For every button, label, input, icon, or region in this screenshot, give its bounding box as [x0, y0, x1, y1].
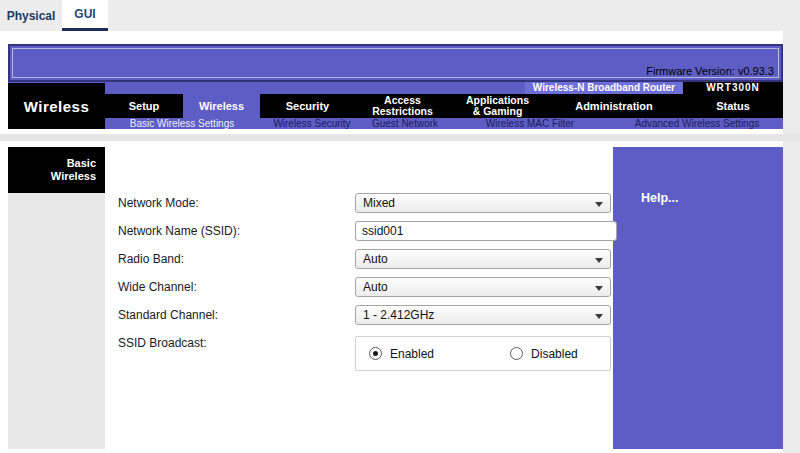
nav-tab-wireless[interactable]: Wireless: [183, 94, 260, 118]
ssid-broadcast-label: SSID Broadcast:: [118, 333, 207, 353]
network-name-label: Network Name (SSID):: [118, 221, 240, 241]
subnav-guest-network[interactable]: Guest Network: [372, 118, 438, 129]
subnav-basic-wireless-settings[interactable]: Basic Wireless Settings: [130, 118, 234, 129]
section-label-box: Basic Wireless: [8, 147, 105, 193]
ssid-broadcast-enabled-radio[interactable]: Enabled: [369, 347, 434, 361]
sidebar-column: [8, 193, 105, 449]
tab-physical[interactable]: Physical: [0, 0, 62, 31]
subnav-advanced-wireless-settings[interactable]: Advanced Wireless Settings: [635, 118, 760, 129]
network-mode-label: Network Mode:: [118, 193, 199, 213]
wide-channel-select[interactable]: Auto: [355, 277, 611, 297]
help-panel: Help...: [613, 147, 783, 449]
wide-channel-label: Wide Channel:: [118, 277, 197, 297]
chevron-down-icon: [595, 314, 603, 319]
chevron-down-icon: [595, 202, 603, 207]
nav-tab-status[interactable]: Status: [683, 94, 783, 118]
radio-selected-icon: [369, 347, 382, 360]
radio-band-label: Radio Band:: [118, 249, 184, 269]
subnav-wireless-security[interactable]: Wireless Security: [273, 118, 350, 129]
tab-physical-label: Physical: [7, 9, 56, 23]
section-title-box: Wireless: [8, 83, 105, 129]
tab-gui-label: GUI: [74, 7, 95, 21]
network-mode-select[interactable]: Mixed: [355, 193, 611, 213]
horizontal-divider: [0, 134, 800, 141]
sub-nav: Basic Wireless Settings Wireless Securit…: [105, 118, 783, 129]
chevron-down-icon: [595, 286, 603, 291]
ssid-broadcast-group: Enabled Disabled: [355, 336, 611, 371]
main-nav: Setup Wireless Security Access Restricti…: [105, 94, 783, 118]
radio-band-select[interactable]: Auto: [355, 249, 611, 269]
content-area: Basic Wireless Help... Network Mode: Mix…: [8, 147, 783, 449]
model-number: WRT300N: [683, 82, 783, 94]
chevron-down-icon: [595, 258, 603, 263]
nav-tab-applications-gaming[interactable]: Applications & Gaming: [450, 94, 545, 118]
ssid-broadcast-disabled-radio[interactable]: Disabled: [510, 347, 578, 361]
nav-tab-security[interactable]: Security: [260, 94, 355, 118]
form-row-network-mode: Network Mode: Mixed: [118, 193, 618, 213]
ssid-input[interactable]: [355, 221, 617, 241]
nav-tab-access-restrictions[interactable]: Access Restrictions: [355, 94, 450, 118]
standard-channel-label: Standard Channel:: [118, 305, 218, 325]
header-banner: Firmware Version: v0.93.3: [8, 44, 783, 82]
product-strip: Wireless-N Broadband Router WRT300N: [8, 82, 783, 94]
form-row-radio-band: Radio Band: Auto: [118, 249, 618, 269]
form-row-network-name: Network Name (SSID):: [118, 221, 618, 241]
router-ui: Firmware Version: v0.93.3 Wireless-N Bro…: [8, 44, 783, 449]
form-row-standard-channel: Standard Channel: 1 - 2.412GHz: [118, 305, 618, 325]
standard-channel-select[interactable]: 1 - 2.412GHz: [355, 305, 611, 325]
form-row-wide-channel: Wide Channel: Auto: [118, 277, 618, 297]
radio-unselected-icon: [510, 347, 523, 360]
product-name: Wireless-N Broadband Router: [525, 82, 683, 94]
subnav-wireless-mac-filter[interactable]: Wireless MAC Filter: [486, 118, 574, 129]
app-tabbar: Physical GUI: [0, 0, 800, 31]
page-right-margin: [783, 31, 800, 453]
section-title: Wireless: [24, 98, 90, 115]
help-link[interactable]: Help...: [641, 191, 679, 205]
nav-tab-administration[interactable]: Administration: [545, 94, 683, 118]
nav-tab-setup[interactable]: Setup: [105, 94, 183, 118]
tab-gui[interactable]: GUI: [62, 0, 108, 31]
firmware-version: Firmware Version: v0.93.3: [646, 65, 774, 77]
form-row-ssid-broadcast: SSID Broadcast: Enabled Disabled: [118, 333, 618, 375]
